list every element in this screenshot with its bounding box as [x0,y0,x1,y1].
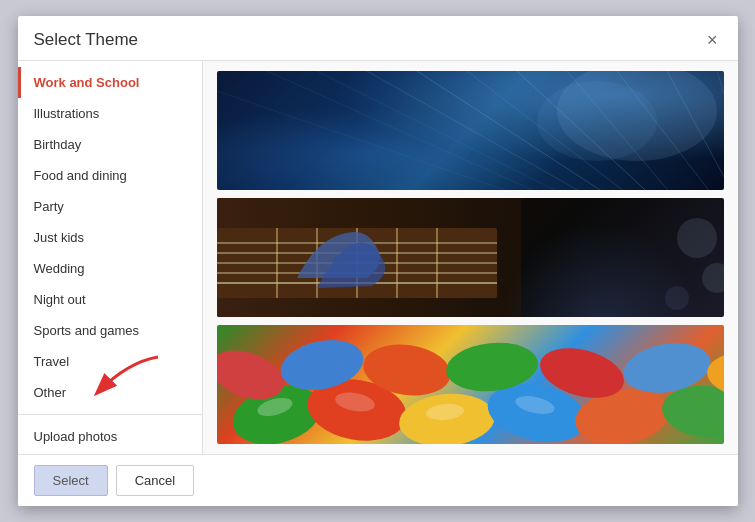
sidebar-item-sports-games[interactable]: Sports and games [18,315,202,346]
svg-line-3 [517,71,657,190]
sidebar-item-wedding[interactable]: Wedding [18,253,202,284]
svg-point-25 [677,218,717,258]
svg-line-1 [417,71,617,190]
sidebar-item-party[interactable]: Party [18,191,202,222]
sidebar-item-upload-photos[interactable]: Upload photos [18,421,202,452]
svg-line-9 [267,71,557,190]
sidebar-item-work-school[interactable]: Work and School [18,67,202,98]
svg-point-26 [702,263,724,293]
select-button[interactable]: Select [34,465,108,496]
dialog-header: Select Theme × [18,16,738,61]
theme-image-sparkle[interactable] [217,71,724,190]
sidebar-item-your-albums[interactable]: Your albums [18,452,202,454]
sidebar-item-travel[interactable]: Travel [18,346,202,377]
svg-line-6 [617,71,717,190]
theme-content-area [203,61,738,454]
svg-line-5 [367,71,597,190]
dialog-footer: Select Cancel [18,454,738,506]
sidebar-item-other[interactable]: Other [18,377,202,408]
dialog-title: Select Theme [34,30,139,50]
svg-line-7 [317,71,577,190]
sidebar-item-illustrations[interactable]: Illustrations [18,98,202,129]
sparkle-svg [217,71,724,190]
svg-line-2 [467,71,637,190]
svg-point-27 [665,286,689,310]
sidebar-item-just-kids[interactable]: Just kids [18,222,202,253]
close-button[interactable]: × [703,31,722,49]
sidebar-divider [18,414,202,415]
select-theme-dialog: Select Theme × Work and School Illustrat… [18,16,738,506]
sidebar-item-night-out[interactable]: Night out [18,284,202,315]
cancel-button[interactable]: Cancel [116,465,194,496]
svg-line-4 [567,71,677,190]
svg-line-8 [667,71,724,190]
svg-point-13 [537,81,657,161]
svg-line-10 [717,71,724,190]
sidebar-item-food-dining[interactable]: Food and dining [18,160,202,191]
guitar-graphic [217,198,724,317]
sidebar-item-birthday[interactable]: Birthday [18,129,202,160]
theme-image-guitar[interactable] [217,198,724,317]
svg-point-12 [557,71,717,161]
candy-graphic [217,325,724,444]
dialog-body: Work and School Illustrations Birthday F… [18,61,738,454]
sparkle-graphic [217,71,724,190]
candy-svg [217,325,724,444]
theme-image-candy[interactable] [217,325,724,444]
guitar-svg [217,198,724,317]
theme-sidebar: Work and School Illustrations Birthday F… [18,61,203,454]
svg-line-11 [217,91,537,190]
